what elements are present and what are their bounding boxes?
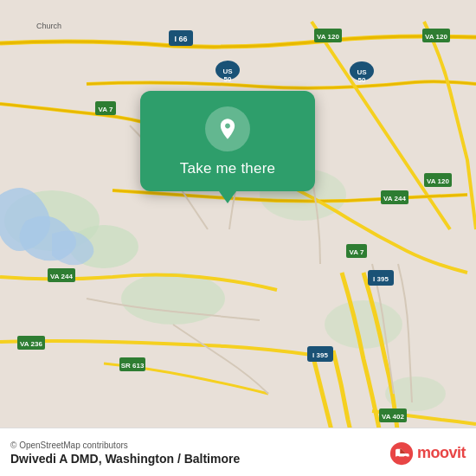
svg-text:US: US [357, 68, 367, 76]
location-name-text: Dwivedi A DMD [10, 452, 99, 466]
moovit-brand-text: moovit [417, 444, 466, 462]
svg-text:VA 120: VA 120 [317, 33, 339, 41]
svg-text:I 66: I 66 [174, 35, 187, 43]
svg-text:US: US [222, 68, 233, 75]
location-pin-icon [215, 117, 240, 141]
bottom-left-info: © OpenStreetMap contributors Dwivedi A D… [10, 441, 240, 466]
svg-text:VA 236: VA 236 [20, 340, 42, 348]
svg-text:VA 120: VA 120 [427, 177, 449, 185]
svg-text:SR 613: SR 613 [121, 362, 145, 370]
svg-text:50: 50 [358, 76, 366, 84]
bottom-bar: © OpenStreetMap contributors Dwivedi A D… [0, 428, 476, 476]
svg-point-42 [404, 455, 408, 459]
popup-card: Take me there [140, 91, 315, 191]
svg-text:50: 50 [224, 75, 232, 83]
svg-text:Church: Church [36, 22, 61, 30]
svg-text:I 395: I 395 [373, 275, 389, 283]
map-background: I 66 US 50 US 50 VA 7 VA 120 VA 120 VA 2… [0, 0, 476, 476]
copyright-text: © OpenStreetMap contributors [10, 441, 240, 450]
svg-text:VA 120: VA 120 [425, 33, 447, 41]
svg-point-41 [396, 455, 400, 459]
svg-text:VA 244: VA 244 [50, 273, 73, 280]
svg-point-5 [325, 300, 402, 349]
moovit-brand-icon [389, 441, 414, 466]
location-icon-circle [205, 106, 250, 151]
svg-point-3 [121, 273, 225, 325]
map-container: I 66 US 50 US 50 VA 7 VA 120 VA 120 VA 2… [0, 0, 476, 476]
svg-text:I 395: I 395 [312, 351, 328, 359]
svg-text:VA 7: VA 7 [350, 248, 364, 256]
svg-text:VA 244: VA 244 [383, 195, 406, 203]
moovit-logo: moovit [389, 441, 466, 466]
take-me-there-button[interactable]: Take me there [180, 160, 275, 177]
svg-text:VA 402: VA 402 [382, 413, 404, 421]
location-region-text: Washington / Baltimore [105, 452, 240, 466]
location-name: Dwivedi A DMD, Washington / Baltimore [10, 452, 240, 466]
svg-text:VA 7: VA 7 [99, 106, 113, 113]
